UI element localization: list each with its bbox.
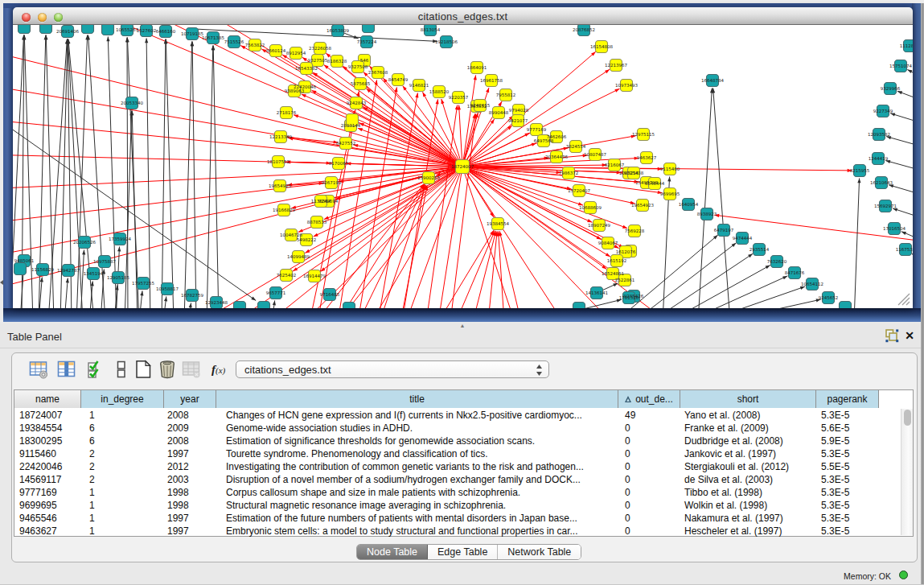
svg-text:7515526: 7515526 [224, 39, 244, 44]
table-select-dropdown[interactable]: citations_edges.txt [236, 360, 549, 378]
tab-node-table[interactable]: Node Table [357, 545, 428, 559]
svg-text:10655267: 10655267 [116, 27, 138, 32]
cell-year: 2012 [164, 461, 216, 472]
cell-pagerank: 5.3E-5 [816, 500, 879, 511]
svg-text:15751074: 15751074 [889, 64, 912, 68]
svg-text:20053340: 20053340 [121, 101, 143, 105]
cell-short: Franke et al. (2009) [680, 422, 816, 434]
show-columns-button[interactable] [57, 360, 76, 379]
svg-text:1615192: 1615192 [607, 258, 627, 263]
svg-text:10975887: 10975887 [93, 259, 116, 264]
svg-text:9220357: 9220357 [449, 95, 469, 100]
svg-text:2367608: 2367608 [368, 70, 388, 75]
select-columns-button[interactable] [86, 360, 105, 379]
svg-text:8427552: 8427552 [336, 141, 356, 146]
column-header-name[interactable]: name [14, 390, 81, 408]
cell-pagerank: 5.6E-5 [816, 422, 879, 434]
column-header-year[interactable]: year [164, 390, 216, 408]
svg-text:6216067: 6216067 [605, 163, 625, 167]
dropdown-arrows-icon [536, 364, 543, 377]
table-row[interactable]: 977716911998Corpus callosum shape and si… [14, 486, 913, 499]
cell-in-degree: 6 [81, 435, 164, 447]
table-tabs: Node TableEdge TableNetwork Table [356, 544, 581, 560]
svg-text:16053809: 16053809 [326, 28, 349, 33]
svg-text:18724007: 18724007 [451, 164, 474, 169]
cell-year: 2003 [164, 474, 216, 485]
svg-text:7986372: 7986372 [559, 171, 579, 175]
table-row[interactable]: 1938455462009Genome-wide association stu… [14, 422, 913, 435]
table-panel: Table Panel ✕ [0, 322, 921, 585]
table-row[interactable]: 946362711997Embryonic stem cells: a mode… [14, 525, 913, 538]
cell-name: 9699695 [14, 500, 81, 511]
scrollbar-thumb[interactable] [904, 410, 911, 426]
svg-text:20691406: 20691406 [56, 29, 79, 34]
close-panel-icon[interactable]: ✕ [903, 328, 916, 343]
svg-text:1612076: 1612076 [616, 249, 636, 254]
cell-year: 1997 [164, 448, 216, 459]
svg-text:10958817: 10958817 [156, 286, 179, 291]
table-row[interactable]: 1872400712008Changes of HCN gene express… [14, 409, 913, 422]
float-panel-icon[interactable] [885, 329, 899, 343]
svg-text:10973493: 10973493 [615, 83, 638, 88]
table-row[interactable]: 969969511998Structural magnetic resonanc… [14, 499, 913, 512]
table-row[interactable]: 1830029562008Estimation of significance … [14, 435, 913, 447]
cell-short: Yano et al. (2008) [680, 410, 816, 421]
svg-text:17359924: 17359924 [109, 237, 131, 241]
svg-text:1864091: 1864091 [467, 65, 487, 70]
cell-name: 22420046 [14, 461, 81, 472]
svg-text:9242843: 9242843 [347, 101, 367, 105]
table-vertical-scrollbar[interactable] [901, 409, 913, 535]
delete-column-icon[interactable] [158, 360, 177, 379]
network-canvas[interactable]: 2069140610655267152760264661601071918510… [13, 25, 913, 308]
cell-in-degree: 2 [81, 448, 164, 459]
collapse-splitter-icon[interactable] [0, 280, 3, 285]
network-window-titlebar[interactable]: citations_edges.txt [13, 7, 913, 25]
svg-text:12093582: 12093582 [868, 132, 890, 137]
svg-text:8990448: 8990448 [489, 110, 509, 115]
svg-text:15692971: 15692971 [874, 204, 897, 208]
column-header-in-degree[interactable]: in_degree [81, 390, 164, 408]
column-header-out-de-[interactable]: out_de... [618, 390, 680, 408]
sort-ascending-icon [625, 396, 632, 402]
tab-network-table[interactable]: Network Table [498, 545, 581, 559]
svg-text:7632620: 7632620 [767, 259, 787, 264]
svg-text:9245652: 9245652 [819, 295, 839, 300]
svg-text:10671385: 10671385 [202, 35, 224, 40]
svg-text:9485061: 9485061 [14, 258, 35, 263]
svg-text:1588520: 1588520 [429, 89, 450, 94]
svg-text:8813054: 8813054 [421, 27, 441, 32]
column-header-pagerank[interactable]: pagerank [816, 390, 879, 408]
svg-text:20364436: 20364436 [545, 154, 568, 159]
svg-text:20206526: 20206526 [73, 240, 96, 245]
svg-text:8170065: 8170065 [329, 161, 349, 166]
svg-text:8912954: 8912954 [286, 51, 306, 56]
cell-year: 1998 [164, 500, 216, 511]
new-column-icon[interactable] [133, 360, 153, 379]
table-mode-button[interactable] [29, 360, 48, 379]
column-header-title[interactable]: title [216, 390, 618, 408]
memory-status-label: Memory: OK [844, 571, 891, 581]
svg-text:11156829: 11156829 [31, 267, 54, 272]
cell-pagerank: 5.3E-5 [816, 487, 879, 498]
function-builder-button[interactable]: f(x) [211, 360, 236, 379]
svg-text:9699695: 9699695 [660, 192, 680, 196]
table-row[interactable]: 946554611997Estimation of the future num… [14, 512, 913, 525]
delete-table-icon-disabled [182, 360, 201, 379]
tab-edge-table[interactable]: Edge Table [428, 545, 498, 559]
svg-text:20876852: 20876852 [573, 27, 595, 32]
table-row[interactable]: 1456911722003Disruption of a novel membe… [14, 473, 913, 486]
cell-in-degree: 2 [81, 461, 164, 472]
splitter-handle-icon[interactable]: ▲ [458, 323, 467, 328]
svg-text:16961758: 16961758 [480, 78, 503, 83]
cell-short: Stergiakouli et al. (2012) [680, 461, 816, 472]
table-row[interactable]: 911546021997Tourette syndrome. Phenomeno… [14, 447, 913, 460]
cell-short: Tibbo et al. (1998) [680, 487, 816, 498]
cell-in-degree: 6 [81, 422, 164, 434]
table-row[interactable]: 2242004622012Investigating the contribut… [14, 460, 913, 473]
svg-text:12975115: 12975115 [632, 132, 655, 137]
row-height-button[interactable] [112, 360, 131, 379]
column-header-short[interactable]: short [680, 390, 816, 408]
svg-text:12213349: 12213349 [269, 134, 292, 139]
node-table: namein_degreeyeartitleout_de...shortpage… [14, 389, 914, 537]
cell-name: 19384554 [14, 422, 81, 434]
